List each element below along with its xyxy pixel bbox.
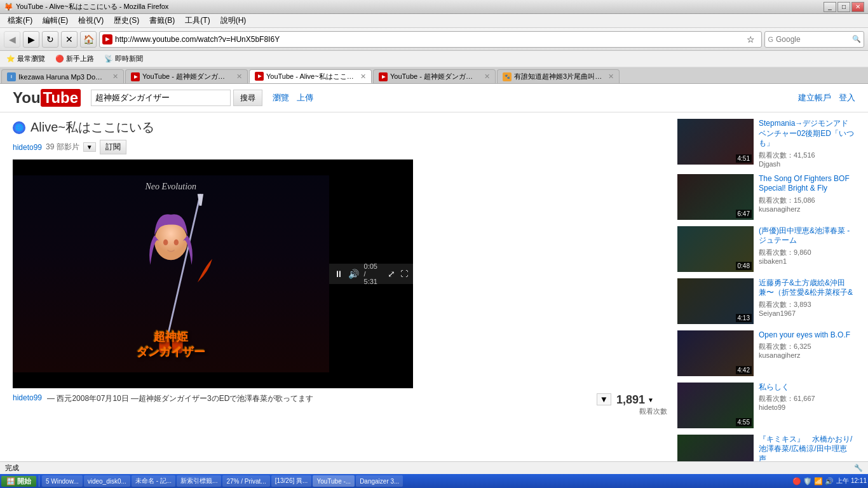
tray-icon-network[interactable]: 📶 bbox=[814, 477, 823, 485]
tab-close-paw[interactable]: ✕ bbox=[608, 72, 614, 81]
youtube-logo[interactable]: YouTube bbox=[13, 89, 81, 107]
nav-upload[interactable]: 上傳 bbox=[297, 92, 313, 104]
maximize-button[interactable]: □ bbox=[837, 2, 850, 12]
menu-tools[interactable]: 工具(T) bbox=[180, 14, 215, 27]
tab-close-yt3[interactable]: ✕ bbox=[360, 72, 366, 81]
thumb-duration-3: 0:48 bbox=[736, 262, 752, 270]
taskbar-btn-4[interactable]: 新索引標籤... bbox=[177, 475, 221, 487]
related-channel-5: kusanagiherz bbox=[759, 351, 855, 359]
tab-yt2[interactable]: ▶ YouTube - 超神姬ダンガイザー ✕ bbox=[125, 69, 248, 83]
menu-edit[interactable]: 編輯(E) bbox=[37, 14, 73, 27]
bookmark-news[interactable]: 📡 即時新聞 bbox=[102, 53, 146, 65]
start-label: 開始 bbox=[17, 477, 31, 486]
related-item-5[interactable]: 4:42 Open your eyes with B.O.F 觀看次數：6,32… bbox=[677, 330, 855, 376]
related-views-2: 觀看次數：15,086 bbox=[759, 196, 855, 205]
related-item-4[interactable]: 4:13 近藤勇子&土方歳絵&沖田兼〜（折笠愛&松井菜桜子& 觀看次數：3,89… bbox=[677, 278, 855, 324]
related-info-3: (声優)田中理恵&池澤春菜 - ジュテーム 觀看次數：9,860 sibaken… bbox=[759, 226, 855, 272]
menu-bookmarks[interactable]: 書籤(B) bbox=[144, 14, 180, 27]
forward-button[interactable]: ▶ bbox=[23, 31, 39, 48]
related-item-6[interactable]: 4:55 私らしく 觀看次數：61,667 hideto99 bbox=[677, 383, 855, 428]
back-button[interactable]: ◀ bbox=[4, 31, 20, 48]
tab-favicon-yt3: ▶ bbox=[255, 72, 264, 81]
related-views-3: 觀看次數：9,860 bbox=[759, 248, 855, 257]
tab-label-ikezawa: Ikezawa Haruna Mp3 Downloads ... bbox=[18, 73, 107, 81]
help-icon: 🔴 bbox=[55, 55, 64, 63]
taskbar-btn-youtube[interactable]: YouTube -... bbox=[313, 475, 355, 487]
create-account-link[interactable]: 建立帳戶 bbox=[798, 92, 831, 104]
youtube-search-button[interactable]: 搜尋 bbox=[233, 90, 262, 106]
address-input[interactable] bbox=[115, 35, 743, 44]
taskbar-btn-6[interactable]: [13/26] 異... bbox=[271, 475, 312, 487]
taskbar-btn-dangaizer[interactable]: Dangaizer 3... bbox=[356, 475, 403, 487]
login-link[interactable]: 登入 bbox=[839, 92, 855, 104]
bookmark-label: 即時新聞 bbox=[115, 54, 143, 64]
tab-close-ikezawa[interactable]: ✕ bbox=[112, 72, 118, 81]
taskbar-right: 🔴 🛡️ 📶 🔊 上午 12:11 bbox=[792, 477, 867, 485]
close-button[interactable]: ✕ bbox=[851, 2, 864, 12]
tab-paw[interactable]: 🐾 有誰知道超神姬3片尾曲叫什么名字... ✕ bbox=[497, 69, 620, 83]
window-title: YouTube - Alive~私はここにいる - Mozilla Firefo… bbox=[13, 2, 824, 11]
subscribe-button[interactable]: 訂閱 bbox=[100, 140, 126, 154]
volume-button[interactable]: 🔊 bbox=[348, 269, 359, 279]
expand-icon[interactable]: ⤢ bbox=[388, 269, 395, 279]
menu-history[interactable]: 歷史(S) bbox=[109, 14, 144, 27]
desc-channel-link[interactable]: hideto99 bbox=[13, 393, 42, 402]
system-tray: 🔴 🛡️ 📶 🔊 bbox=[792, 477, 834, 485]
taskbar-btn-3[interactable]: 未命名 - 記... bbox=[132, 475, 175, 487]
bookmark-getting-started[interactable]: 🔴 新手上路 bbox=[53, 53, 97, 65]
fullscreen-button[interactable]: ⛶ bbox=[400, 269, 408, 278]
related-title-2: The Song Of Fighters BOF Special! Bright… bbox=[759, 174, 855, 194]
window-titlebar: 🦊 YouTube - Alive~私はここにいる - Mozilla Fire… bbox=[0, 0, 868, 14]
taskbar-label-dangaizer: Dangaizer 3... bbox=[360, 478, 399, 485]
youtube-right-panel: 4:51 Stepmania→デジモンアドベンチャー02後期ED「いつも」 觀看… bbox=[677, 119, 855, 474]
video-title: Alive~私はここにいる bbox=[31, 119, 154, 136]
video-player[interactable]: Neo Evolution bbox=[13, 159, 413, 388]
tab-favicon-paw: 🐾 bbox=[503, 72, 512, 81]
description-expand-button[interactable]: ▼ bbox=[597, 393, 611, 405]
taskbar-btn-2[interactable]: video_disk0... bbox=[84, 475, 130, 487]
browser-search-input[interactable] bbox=[776, 35, 852, 44]
search-icon[interactable]: 🔍 bbox=[852, 35, 861, 43]
menu-file[interactable]: 檔案(F) bbox=[3, 14, 37, 27]
related-title-7: 『キミキス』 水橋かおり/池澤春菜/広橋涼/田中理恵 声 bbox=[759, 435, 855, 464]
home-button[interactable]: 🏠 bbox=[80, 31, 97, 48]
address-bar[interactable]: ▶ ☆ bbox=[99, 31, 762, 48]
menu-view[interactable]: 檢視(V) bbox=[73, 14, 109, 27]
taskbar-btn-5[interactable]: 27% / Privat... bbox=[222, 475, 269, 487]
start-button[interactable]: 🪟 開始 bbox=[1, 476, 36, 487]
menu-help[interactable]: 說明(H) bbox=[215, 14, 252, 27]
tab-yt3[interactable]: ▶ YouTube - Alive~私はここにいる ✕ bbox=[249, 69, 372, 83]
tab-close-yt2[interactable]: ✕ bbox=[236, 72, 242, 81]
bookmark-label: 新手上路 bbox=[66, 54, 94, 64]
bookmark-most-visited[interactable]: ⭐ 最常瀏覽 bbox=[4, 53, 48, 65]
related-channel-4: Seiyan1967 bbox=[759, 309, 855, 317]
related-info-5: Open your eyes with B.O.F 觀看次數：6,325 kus… bbox=[759, 330, 855, 376]
reload-button[interactable]: ↻ bbox=[42, 31, 58, 48]
nav-browse[interactable]: 瀏覽 bbox=[273, 92, 289, 104]
tray-icon-1[interactable]: 🔴 bbox=[792, 477, 801, 485]
tray-icon-volume[interactable]: 🔊 bbox=[825, 477, 834, 485]
tab-close-yt4[interactable]: ✕ bbox=[484, 72, 490, 81]
youtube-search-input[interactable] bbox=[91, 90, 231, 106]
related-item-2[interactable]: 6:47 The Song Of Fighters BOF Special! B… bbox=[677, 174, 855, 220]
video-thumbnail: Neo Evolution bbox=[13, 175, 329, 372]
minimize-button[interactable]: _ bbox=[824, 2, 836, 12]
view-count-expand[interactable]: ▼ bbox=[648, 396, 654, 403]
tab-yt4[interactable]: ▶ YouTube - 超神姬ダンガイザー3 ... ✕ bbox=[373, 69, 496, 83]
bookmark-star[interactable]: ☆ bbox=[743, 33, 759, 46]
related-info-2: The Song Of Fighters BOF Special! Bright… bbox=[759, 174, 855, 220]
tray-icon-2[interactable]: 🛡️ bbox=[803, 477, 812, 485]
channel-dropdown[interactable]: ▼ bbox=[83, 142, 96, 152]
video-controls: ⏸ 🔊 0:05 / 5:31 ⤢ ⛶ bbox=[329, 264, 413, 284]
related-item-3[interactable]: 0:48 (声優)田中理恵&池澤春菜 - ジュテーム 觀看次數：9,860 si… bbox=[677, 226, 855, 272]
related-views-1: 觀看次數：41,516 bbox=[759, 151, 855, 160]
related-thumb-3: 0:48 bbox=[677, 226, 754, 272]
window-controls: _ □ ✕ bbox=[824, 2, 864, 12]
channel-link[interactable]: hideto99 bbox=[13, 143, 42, 152]
stop-button[interactable]: ✕ bbox=[61, 31, 78, 48]
related-item-1[interactable]: 4:51 Stepmania→デジモンアドベンチャー02後期ED「いつも」 觀看… bbox=[677, 119, 855, 168]
tab-ikezawa[interactable]: i Ikezawa Haruna Mp3 Downloads ... ✕ bbox=[1, 69, 124, 83]
play-pause-button[interactable]: ⏸ bbox=[334, 269, 343, 279]
taskbar-btn-1[interactable]: 5 Window... bbox=[42, 475, 83, 487]
related-info-6: 私らしく 觀看次數：61,667 hideto99 bbox=[759, 383, 855, 428]
